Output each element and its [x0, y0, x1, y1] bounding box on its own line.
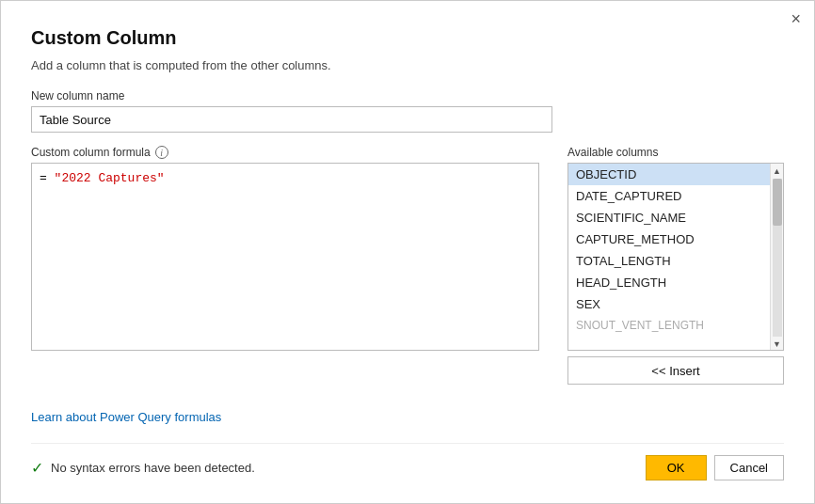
insert-button[interactable]: << Insert [567, 356, 784, 385]
status-message: No syntax errors have been detected. [51, 461, 255, 475]
scroll-track [773, 179, 782, 337]
list-item[interactable]: OBJECTID [568, 164, 783, 185]
available-columns-label: Available columns [567, 146, 784, 159]
dialog-subtitle: Add a column that is computed from the o… [31, 58, 784, 72]
list-item[interactable]: HEAD_LENGTH [568, 272, 783, 293]
list-item[interactable]: CAPTURE_METHOD [568, 228, 783, 250]
column-name-label: New column name [31, 89, 784, 102]
scroll-down-button[interactable]: ▼ [771, 337, 784, 351]
list-item[interactable]: TOTAL_LENGTH [568, 250, 783, 272]
list-item[interactable]: SNOUT_VENT_LENGTH [568, 315, 783, 336]
list-item[interactable]: SCIENTIFIC_NAME [568, 207, 783, 228]
close-button[interactable]: × [791, 10, 801, 27]
formula-editor[interactable]: = "2022 Captures" [31, 163, 539, 351]
formula-area-wrapper: = "2022 Captures" [31, 163, 552, 397]
columns-scrollbar: ▲ ▼ [770, 164, 783, 351]
formula-label: Custom column formula i [31, 146, 552, 159]
list-item[interactable]: DATE_CAPTURED [568, 185, 783, 207]
dialog-title: Custom Column [31, 27, 784, 49]
column-name-input[interactable] [31, 106, 552, 133]
check-icon: ✓ [31, 459, 43, 477]
scroll-thumb[interactable] [773, 179, 782, 226]
footer-buttons: OK Cancel [646, 455, 784, 480]
formula-string: "2022 Captures" [55, 171, 165, 185]
formula-prefix: = [40, 171, 55, 185]
ok-button[interactable]: OK [646, 455, 707, 480]
status-area: ✓ No syntax errors have been detected. [31, 459, 255, 477]
cancel-button[interactable]: Cancel [714, 455, 784, 480]
left-panel: Custom column formula i = "2022 Captures… [31, 146, 552, 424]
main-content: Custom column formula i = "2022 Captures… [31, 146, 784, 424]
scroll-up-button[interactable]: ▲ [771, 164, 784, 179]
columns-list: OBJECTID DATE_CAPTURED SCIENTIFIC_NAME C… [568, 164, 783, 339]
info-icon[interactable]: i [155, 146, 168, 159]
footer: ✓ No syntax errors have been detected. O… [31, 443, 784, 480]
columns-list-wrapper: OBJECTID DATE_CAPTURED SCIENTIFIC_NAME C… [567, 163, 784, 351]
list-item[interactable]: SEX [568, 293, 783, 315]
right-panel: Available columns OBJECTID DATE_CAPTURED… [567, 146, 784, 424]
learn-link[interactable]: Learn about Power Query formulas [31, 410, 552, 424]
custom-column-dialog: × Custom Column Add a column that is com… [0, 0, 815, 504]
